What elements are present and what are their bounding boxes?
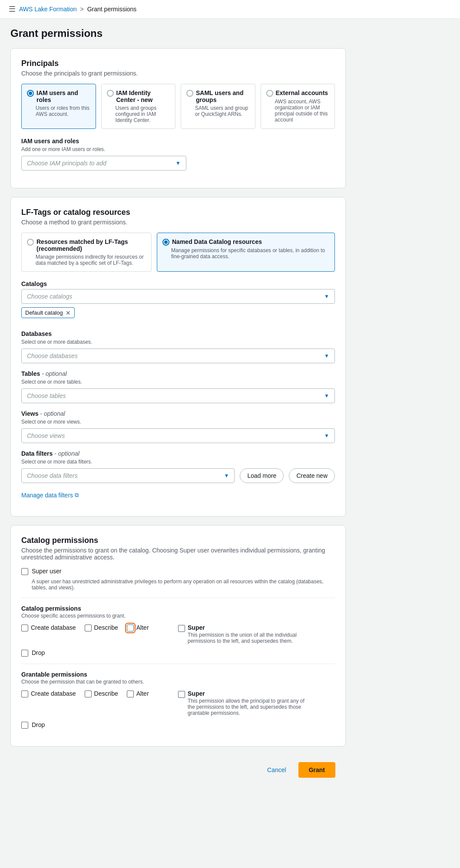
lftags-subtitle: Choose a method to grant permissions. [21,219,335,226]
grant-button[interactable]: Grant [298,762,335,778]
radio-external-label: External accounts [276,89,328,96]
perm-create-db-item: Create database [21,624,76,631]
radio-iam-circle [27,90,34,97]
grant-describe-checkbox[interactable] [85,690,92,697]
perm-alter-checkbox[interactable] [127,625,134,631]
grant-create-db-item: Create database [21,690,76,697]
radio-identity-desc: Users and groups configured in IAM Ident… [116,105,170,123]
views-dropdown-arrow-icon: ▼ [324,433,329,439]
databases-placeholder: Choose databases [27,352,78,359]
breadcrumb-current: Grant permissions [87,6,137,13]
radio-option-saml[interactable]: SAML users and groups SAML users and gro… [181,84,255,129]
grantable-perms-left: Create database Describe Alter [21,690,178,697]
default-catalog-tag-label: Default catalog [25,309,63,316]
principals-subtitle: Choose the principals to grant permissio… [21,70,335,77]
views-dropdown[interactable]: Choose views ▼ [21,428,335,443]
radio-saml-circle [186,90,193,97]
radio-option-iam[interactable]: IAM users and roles Users or roles from … [21,84,96,129]
breadcrumb-link[interactable]: AWS Lake Formation [19,6,77,13]
catalog-permissions-title: Catalog permissions [21,536,335,545]
grantable-perms-right: Super This permission allows the princip… [178,690,335,716]
databases-dropdown[interactable]: Choose databases ▼ [21,349,335,363]
catalogs-placeholder: Choose catalogs [27,293,72,300]
perm-drop-checkbox[interactable] [21,650,28,657]
catalogs-field-group: Catalogs Choose catalogs ▼ Default catal… [21,280,335,323]
perm-describe-checkbox[interactable] [85,625,92,631]
grant-super-label: Super [188,690,309,697]
default-catalog-tag-close-icon[interactable]: ✕ [66,310,71,316]
radio-identity-circle [107,90,114,97]
manage-data-filters-icon: ⧉ [75,492,79,499]
radio-lftags-desc: Manage permissions indirectly for resour… [36,254,146,266]
grant-super-checkbox[interactable] [178,691,185,698]
catalog-perms-row: Create database Describe Alter [21,624,335,644]
perm-create-db-checkbox[interactable] [21,625,28,631]
footer-buttons: Cancel Grant [10,755,346,785]
radio-identity-label: IAM Identity Center - new [116,89,170,103]
super-user-checkbox[interactable] [21,568,28,575]
grant-describe-label: Describe [94,690,118,697]
grantable-perms-label: Grantable permissions [21,671,335,678]
datafilters-dropdown-arrow-icon: ▼ [224,473,229,479]
perm-super-item: Super This permission is the union of al… [178,624,335,644]
tables-label: Tables - optional [21,370,335,377]
perm-super-desc: This permission is the union of all the … [188,632,309,644]
iam-placeholder: Choose IAM principals to add [27,160,106,167]
grant-super-item: Super This permission allows the princip… [178,690,335,716]
grant-drop-checkbox[interactable] [21,722,28,729]
catalog-perms-label: Catalog permissions [21,605,335,612]
grant-alter-item: Alter [127,690,149,697]
perm-drop-label: Drop [32,649,45,656]
perm-describe-label: Describe [94,624,118,631]
radio-external-circle [266,90,273,97]
catalog-perms-sublabel: Choose specific access permissions to gr… [21,613,335,619]
grant-drop-label: Drop [32,721,45,728]
datafilters-placeholder: Choose data filters [27,472,78,479]
catalog-perms-left: Create database Describe Alter [21,624,178,631]
catalog-perms-right: Super This permission is the union of al… [178,624,335,644]
resource-method-group: Resources matched by LF-Tags (recommende… [21,233,335,272]
principal-type-group: IAM users and roles Users or roles from … [21,84,335,129]
breadcrumb-separator: > [80,6,84,13]
radio-option-external[interactable]: External accounts AWS account, AWS organ… [261,84,335,129]
principals-section: Principals Choose the principals to gran… [10,48,346,188]
catalog-permissions-section: Catalog permissions Choose the permissio… [10,525,346,746]
views-placeholder: Choose views [27,432,65,439]
datafilters-dropdown[interactable]: Choose data filters ▼ [21,468,235,483]
radio-named-circle [162,239,169,246]
perm-drop-row: Drop [21,649,335,657]
iam-dropdown-arrow-icon: ▼ [175,160,181,166]
tables-dropdown[interactable]: Choose tables ▼ [21,388,335,403]
catalog-perms-group: Catalog permissions Choose specific acce… [21,605,335,657]
perm-super-checkbox[interactable] [178,625,185,632]
databases-field-group: Databases Select one or more databases. … [21,330,335,363]
radio-option-named[interactable]: Named Data Catalog resources Manage perm… [157,233,335,272]
grant-alter-label: Alter [136,690,149,697]
load-more-button[interactable]: Load more [240,468,284,483]
manage-data-filters-link[interactable]: Manage data filters ⧉ [21,492,79,499]
catalogs-label: Catalogs [21,280,335,287]
grant-alter-checkbox[interactable] [127,690,134,697]
grantable-perms-row: Create database Describe Alter [21,690,335,716]
radio-named-desc: Manage permissions for specific database… [171,247,329,260]
radio-iam-label: IAM users and roles [36,89,90,103]
cancel-button[interactable]: Cancel [260,763,293,777]
views-sublabel: Select one or more views. [21,419,335,425]
catalogs-dropdown[interactable]: Choose catalogs ▼ [21,289,335,304]
create-new-button[interactable]: Create new [289,468,335,483]
grant-create-db-checkbox[interactable] [21,690,28,697]
radio-option-lftags[interactable]: Resources matched by LF-Tags (recommende… [21,233,152,272]
databases-dropdown-arrow-icon: ▼ [324,353,329,359]
grant-drop-row: Drop [21,721,335,729]
iam-principals-dropdown[interactable]: Choose IAM principals to add ▼ [21,156,186,171]
super-user-desc: A super user has unrestricted administra… [32,579,335,591]
perm-alter-label: Alter [136,624,149,631]
principals-title: Principals [21,59,335,68]
datafilters-row: Choose data filters ▼ Load more Create n… [21,468,335,483]
super-user-section: Super user A super user has unrestricted… [21,568,335,591]
datafilters-sublabel: Select one or more data filters. [21,459,335,465]
hamburger-icon[interactable]: ☰ [9,4,16,14]
catalog-permissions-subtitle: Choose the permissions to grant on the c… [21,547,335,561]
radio-option-identity-center[interactable]: IAM Identity Center - new Users and grou… [101,84,176,129]
lftags-title: LF-Tags or catalog resources [21,208,335,217]
